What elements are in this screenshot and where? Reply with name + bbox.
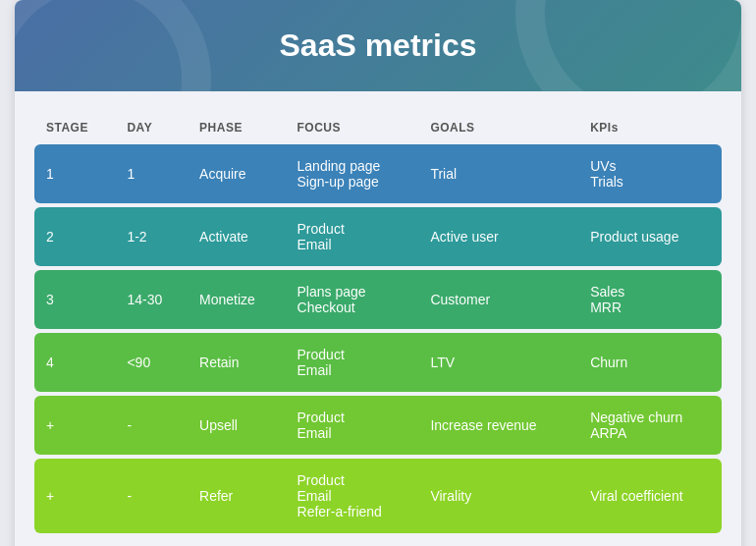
- phase-cell: Upsell: [188, 396, 285, 455]
- table-row: +-UpsellProduct EmailIncrease revenueNeg…: [34, 396, 722, 455]
- table-row: 4<90RetainProduct EmailLTVChurn: [34, 333, 722, 392]
- page-title: SaaS metrics: [34, 27, 722, 64]
- goals-cell: Trial: [418, 144, 578, 203]
- stage-cell: 1: [34, 144, 115, 203]
- stage-cell: 3: [34, 270, 115, 329]
- focus-cell: Plans page Checkout: [286, 270, 419, 329]
- day-cell: 1: [115, 144, 188, 203]
- day-cell: <90: [115, 333, 188, 392]
- kpis-cell: Product usage: [578, 207, 722, 266]
- kpis-cell: Churn: [578, 333, 722, 392]
- main-card: SaaS metrics STAGE DAY PHASE FOCUS GOALS…: [15, 0, 741, 546]
- focus-cell: Product Email: [286, 207, 419, 266]
- day-cell: 14-30: [115, 270, 188, 329]
- kpis-cell: Sales MRR: [578, 270, 722, 329]
- table-row: 21-2ActivateProduct EmailActive userProd…: [34, 207, 722, 266]
- stage-cell: +: [34, 459, 115, 533]
- day-cell: -: [115, 459, 188, 533]
- goals-cell: LTV: [418, 333, 578, 392]
- kpis-cell: UVs Trials: [578, 144, 722, 203]
- day-cell: 1-2: [115, 207, 188, 266]
- phase-cell: Activate: [188, 207, 285, 266]
- table-row: +-ReferProduct Email Refer-a-friendViral…: [34, 459, 722, 533]
- col-phase: PHASE: [188, 115, 285, 140]
- phase-cell: Acquire: [188, 144, 285, 203]
- col-goals: GOALS: [418, 115, 578, 140]
- header: SaaS metrics: [15, 0, 741, 91]
- stage-cell: +: [34, 396, 115, 455]
- stage-cell: 4: [34, 333, 115, 392]
- focus-cell: Product Email Refer-a-friend: [286, 459, 419, 533]
- kpis-cell: Negative churn ARPA: [578, 396, 722, 455]
- col-kpis: KPIs: [578, 115, 722, 140]
- table-container: STAGE DAY PHASE FOCUS GOALS KPIs 11Acqui…: [15, 91, 741, 546]
- focus-cell: Landing page Sign-up page: [286, 144, 419, 203]
- day-cell: -: [115, 396, 188, 455]
- table-row: 314-30MonetizePlans page CheckoutCustome…: [34, 270, 722, 329]
- col-stage: STAGE: [34, 115, 115, 140]
- table-row: 11AcquireLanding page Sign-up pageTrialU…: [34, 144, 722, 203]
- goals-cell: Increase revenue: [418, 396, 578, 455]
- goals-cell: Virality: [418, 459, 578, 533]
- phase-cell: Retain: [188, 333, 285, 392]
- table-header-row: STAGE DAY PHASE FOCUS GOALS KPIs: [34, 115, 722, 140]
- stage-cell: 2: [34, 207, 115, 266]
- goals-cell: Active user: [418, 207, 578, 266]
- phase-cell: Refer: [188, 459, 285, 533]
- col-day: DAY: [115, 115, 188, 140]
- goals-cell: Customer: [418, 270, 578, 329]
- focus-cell: Product Email: [286, 333, 419, 392]
- saas-metrics-table: STAGE DAY PHASE FOCUS GOALS KPIs 11Acqui…: [34, 111, 722, 537]
- kpis-cell: Viral coefficient: [578, 459, 722, 533]
- focus-cell: Product Email: [286, 396, 419, 455]
- col-focus: FOCUS: [286, 115, 419, 140]
- phase-cell: Monetize: [188, 270, 285, 329]
